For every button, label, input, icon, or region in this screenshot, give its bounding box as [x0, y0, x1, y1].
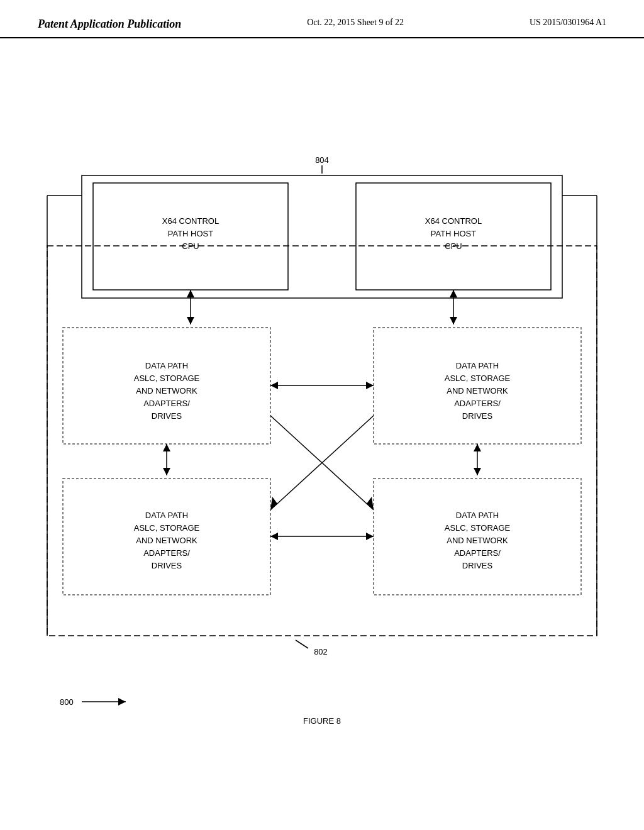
- label-802: 802: [314, 647, 328, 656]
- label-800: 800: [60, 697, 74, 707]
- svg-marker-29: [163, 444, 170, 451]
- box-top-left-line2: PATH HOST: [168, 229, 214, 238]
- svg-marker-7: [187, 317, 194, 324]
- box-top-right-line3: CPU: [445, 241, 462, 251]
- box-bot-right-line4: ADAPTERS/: [454, 548, 501, 558]
- box-mid-right-line2: ASLC, STORAGE: [445, 374, 511, 383]
- page-header: Patent Application Publication Oct. 22, …: [0, 0, 644, 38]
- box-bot-left-line3: AND NETWORK: [136, 536, 197, 545]
- svg-marker-26: [270, 497, 277, 510]
- svg-marker-8: [187, 290, 194, 297]
- publication-title: Patent Application Publication: [38, 18, 181, 31]
- svg-rect-0: [47, 246, 597, 636]
- box-mid-left-line1: DATA PATH: [145, 361, 188, 370]
- box-bot-left-line4: ADAPTERS/: [143, 548, 190, 558]
- svg-marker-28: [163, 468, 170, 475]
- box-mid-right-line1: DATA PATH: [456, 361, 499, 370]
- svg-marker-32: [474, 444, 481, 451]
- box-top-left-line1: X64 CONTROL: [162, 216, 219, 226]
- svg-marker-10: [450, 317, 457, 324]
- sheet-info: Oct. 22, 2015 Sheet 9 of 22: [307, 18, 404, 28]
- svg-rect-3: [82, 175, 562, 298]
- svg-line-1: [296, 640, 308, 648]
- box-mid-left-line4: ADAPTERS/: [143, 399, 190, 408]
- box-mid-right-line4: ADAPTERS/: [454, 399, 501, 408]
- diagram-area: 802 804 X64 CONTROL PATH HOST CPU X64 CO…: [0, 38, 644, 793]
- svg-marker-24: [367, 497, 374, 510]
- svg-marker-17: [118, 698, 126, 706]
- box-bot-right-line5: DRIVES: [462, 561, 493, 570]
- box-mid-left-line5: DRIVES: [152, 411, 182, 421]
- box-bot-right-line1: DATA PATH: [456, 511, 499, 520]
- box-top-right-line1: X64 CONTROL: [425, 216, 482, 226]
- box-mid-right-line3: AND NETWORK: [447, 386, 508, 396]
- label-804: 804: [315, 155, 329, 165]
- box-mid-left-line2: ASLC, STORAGE: [134, 374, 200, 383]
- patent-number: US 2015/0301964 A1: [530, 18, 606, 28]
- box-bot-left-line2: ASLC, STORAGE: [134, 523, 200, 533]
- box-bot-left-line1: DATA PATH: [145, 511, 188, 520]
- box-mid-left-line3: AND NETWORK: [136, 386, 197, 396]
- svg-marker-11: [450, 290, 457, 297]
- svg-marker-21: [366, 382, 374, 389]
- box-bot-right-line2: ASLC, STORAGE: [445, 523, 511, 533]
- box-mid-right-line5: DRIVES: [462, 411, 493, 421]
- box-bot-left-line5: DRIVES: [152, 561, 182, 570]
- box-top-left-line3: CPU: [182, 241, 199, 251]
- svg-marker-36: [366, 533, 374, 540]
- box-bot-right-line3: AND NETWORK: [447, 536, 508, 545]
- svg-marker-37: [270, 533, 278, 540]
- svg-marker-31: [474, 468, 481, 475]
- svg-marker-22: [270, 382, 278, 389]
- figure-label: FIGURE 8: [303, 716, 341, 726]
- box-top-right-line2: PATH HOST: [431, 229, 477, 238]
